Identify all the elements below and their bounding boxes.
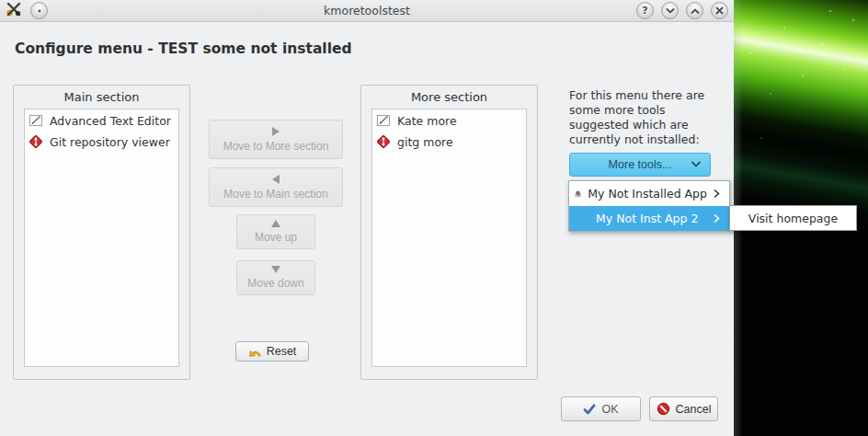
ok-button[interactable]: OK: [561, 396, 641, 421]
list-item-label: Git repository viewer: [50, 135, 170, 149]
info-line: some more tools: [569, 103, 704, 118]
submenu-item-label: Visit homepage: [748, 212, 838, 225]
cancel-icon: [657, 402, 670, 416]
list-item[interactable]: gitg more: [372, 131, 526, 152]
more-section-title: More section: [361, 90, 537, 104]
more-tools-button[interactable]: More tools...: [569, 153, 711, 177]
arrow-up-icon: [271, 220, 280, 227]
menu-item-label: My Not Installed App: [588, 187, 707, 201]
move-up-label: Move up: [255, 231, 297, 244]
cancel-label: Cancel: [676, 403, 712, 416]
main-section-title: Main section: [14, 90, 189, 104]
move-down-label: Move down: [247, 277, 303, 290]
list-item-label: Kate more: [397, 114, 457, 128]
move-to-more-label: Move to More section: [223, 140, 329, 153]
sticky-button[interactable]: [30, 2, 48, 19]
more-tools-menu: My Not Installed App My Not Inst App 2: [568, 180, 730, 232]
minimize-button[interactable]: [661, 2, 679, 19]
check-icon: [583, 404, 596, 415]
chevron-down-icon: [691, 160, 702, 168]
move-down-button[interactable]: Move down: [236, 260, 315, 295]
move-to-main-label: Move to Main section: [223, 188, 327, 201]
more-section-list[interactable]: Kate more gitg more: [371, 109, 527, 367]
reset-label: Reset: [267, 345, 297, 358]
help-button[interactable]: ?: [636, 2, 654, 19]
move-to-main-button[interactable]: Move to Main section: [209, 167, 343, 207]
info-line: currently not installed:: [569, 132, 704, 147]
cancel-button[interactable]: Cancel: [649, 396, 718, 421]
menu-item-my-not-inst-app-2[interactable]: My Not Inst App 2: [569, 206, 729, 231]
menu-item-my-not-installed-app[interactable]: My Not Installed App: [569, 181, 729, 206]
app-icon: [6, 1, 22, 20]
close-icon: [715, 6, 724, 15]
page-title: Configure menu - TEST some not installed: [15, 40, 352, 57]
list-item[interactable]: Git repository viewer: [25, 131, 178, 152]
ok-label: OK: [601, 403, 618, 416]
arrow-right-icon: [272, 127, 280, 136]
gitg-icon: [376, 134, 391, 149]
info-line: For this menu there are: [569, 88, 704, 103]
close-button[interactable]: [711, 2, 728, 19]
gitg-icon: [29, 134, 43, 149]
submenu-arrow-icon: [714, 213, 720, 224]
list-item-label: gitg more: [397, 135, 453, 149]
kate-icon: [29, 113, 43, 128]
chevron-up-icon: [691, 7, 700, 15]
visit-homepage-menu-item[interactable]: Visit homepage: [729, 205, 857, 231]
undo-icon: [248, 346, 262, 358]
not-installed-info-text: For this menu there are some more tools …: [569, 88, 704, 147]
reset-button[interactable]: Reset: [235, 341, 309, 361]
more-section-groupbox: More section Kate more gitg more: [360, 85, 538, 380]
kate-icon: [376, 113, 391, 128]
titlebar: kmoretoolstest ?: [0, 0, 734, 22]
list-item-label: Advanced Text Editor: [50, 114, 171, 128]
move-to-more-button[interactable]: Move to More section: [209, 120, 343, 159]
arrow-left-icon: [272, 175, 280, 184]
disk-usage-icon: [575, 187, 581, 201]
info-line: suggested which are: [569, 118, 704, 132]
list-item[interactable]: Advanced Text Editor: [25, 109, 178, 131]
main-section-groupbox: Main section Advanced Text Editor Git re…: [13, 85, 190, 380]
chevron-down-icon: [666, 7, 675, 15]
more-tools-label: More tools...: [609, 158, 672, 171]
main-section-list[interactable]: Advanced Text Editor Git repository view…: [24, 109, 179, 367]
help-icon: ?: [642, 5, 647, 17]
arrow-down-icon: [271, 266, 280, 273]
window-title: kmoretoolstest: [0, 4, 734, 17]
move-up-button[interactable]: Move up: [236, 214, 315, 249]
submenu-arrow-icon: [714, 189, 720, 199]
maximize-button[interactable]: [686, 2, 703, 19]
list-item[interactable]: Kate more: [372, 109, 526, 131]
menu-item-label: My Not Inst App 2: [596, 212, 698, 225]
